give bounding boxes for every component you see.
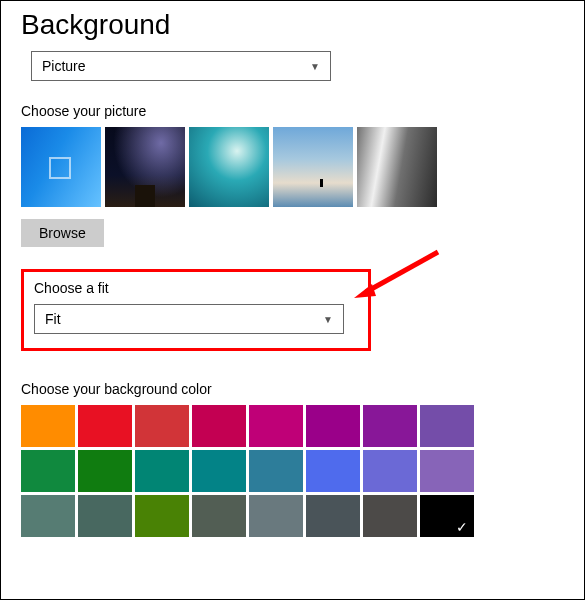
color-swatch[interactable] (21, 450, 75, 492)
fit-section-highlight: Choose a fit Fit ▼ (21, 269, 371, 351)
color-swatch[interactable] (306, 450, 360, 492)
color-swatch[interactable] (135, 495, 189, 537)
background-type-dropdown[interactable]: Picture ▼ (31, 51, 331, 81)
picture-thumbnail[interactable] (105, 127, 185, 207)
color-swatch[interactable] (78, 405, 132, 447)
chevron-down-icon: ▼ (310, 61, 320, 72)
color-swatch[interactable] (21, 495, 75, 537)
picture-thumbnail[interactable] (273, 127, 353, 207)
background-type-value: Picture (42, 58, 86, 74)
color-swatch[interactable] (21, 405, 75, 447)
color-swatch[interactable] (249, 450, 303, 492)
color-grid (21, 405, 564, 537)
color-swatch[interactable] (135, 405, 189, 447)
color-swatch[interactable] (78, 450, 132, 492)
color-swatch[interactable] (135, 450, 189, 492)
page-title: Background (21, 9, 564, 41)
browse-button[interactable]: Browse (21, 219, 104, 247)
color-swatch[interactable] (192, 495, 246, 537)
color-swatch[interactable] (363, 450, 417, 492)
choose-color-label: Choose your background color (21, 381, 564, 397)
color-swatch[interactable] (249, 405, 303, 447)
color-swatch[interactable] (192, 405, 246, 447)
color-swatch[interactable] (363, 495, 417, 537)
color-swatch[interactable] (363, 405, 417, 447)
choose-picture-label: Choose your picture (21, 103, 564, 119)
color-swatch[interactable] (249, 495, 303, 537)
fit-dropdown[interactable]: Fit ▼ (34, 304, 344, 334)
picture-thumbnail[interactable] (189, 127, 269, 207)
picture-thumbnail[interactable] (357, 127, 437, 207)
color-section: Choose your background color (21, 381, 564, 537)
color-swatch[interactable] (192, 450, 246, 492)
picture-thumbnail[interactable] (21, 127, 101, 207)
svg-line-0 (366, 252, 438, 292)
picture-thumbnail-row (21, 127, 564, 207)
color-swatch[interactable] (420, 405, 474, 447)
fit-value: Fit (45, 311, 61, 327)
color-swatch[interactable] (306, 405, 360, 447)
color-swatch[interactable] (420, 450, 474, 492)
annotation-arrow-icon (348, 244, 448, 304)
color-swatch[interactable] (420, 495, 474, 537)
chevron-down-icon: ▼ (323, 314, 333, 325)
choose-fit-label: Choose a fit (34, 280, 358, 296)
color-swatch[interactable] (306, 495, 360, 537)
color-swatch[interactable] (78, 495, 132, 537)
